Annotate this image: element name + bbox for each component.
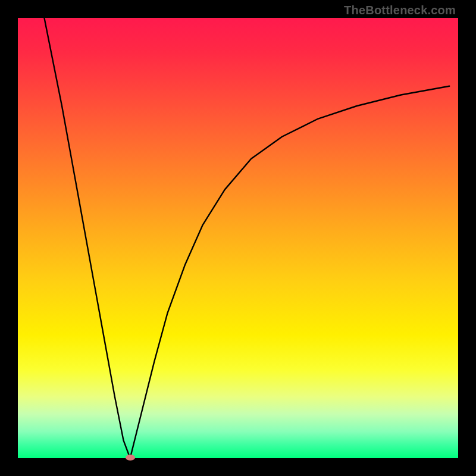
- plot-area: [18, 18, 458, 458]
- watermark-text: TheBottleneck.com: [344, 4, 456, 17]
- chart-frame: TheBottleneck.com: [0, 0, 476, 476]
- curve-path: [44, 18, 449, 458]
- optimum-marker: [126, 455, 135, 461]
- bottleneck-curve: [18, 18, 458, 458]
